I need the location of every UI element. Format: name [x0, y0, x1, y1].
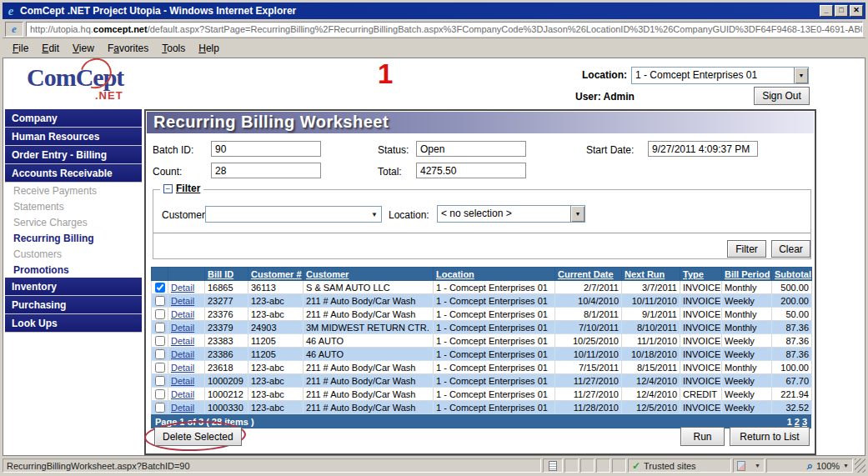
start-date-field[interactable]	[648, 141, 758, 157]
maximize-button[interactable]: □	[835, 5, 848, 17]
detail-link[interactable]: Detail	[171, 376, 194, 386]
detail-link[interactable]: Detail	[171, 283, 194, 293]
detail-link[interactable]: Detail	[171, 336, 194, 346]
chevron-down-icon[interactable]: ▼	[755, 463, 760, 468]
col-customer[interactable]: Customer	[304, 268, 434, 281]
location-select[interactable]: 1 - Comcept Enterprises 01 ▼	[631, 67, 809, 84]
row-checkbox[interactable]	[155, 363, 165, 373]
row-checkbox[interactable]	[155, 376, 165, 386]
collapse-icon[interactable]: −	[163, 184, 173, 193]
batch-id-field[interactable]	[211, 141, 321, 157]
zoom-segment[interactable]: ⌕ 100% ▼	[766, 458, 853, 473]
row-checkbox[interactable]	[155, 323, 165, 333]
cell-type: INVOICE	[680, 374, 722, 388]
cell-type: INVOICE	[680, 361, 722, 374]
cell-subtotal: 200.00	[772, 294, 812, 308]
row-checkbox[interactable]	[155, 296, 165, 306]
sign-out-button[interactable]: Sign Out	[754, 87, 810, 105]
menu-view[interactable]: View	[66, 40, 101, 57]
row-checkbox[interactable]	[155, 283, 165, 293]
row-checkbox[interactable]	[155, 336, 165, 346]
column-label: Customer #	[251, 269, 302, 279]
count-field[interactable]	[211, 163, 321, 178]
sidebar-item-inventory[interactable]: Inventory	[5, 278, 142, 296]
detail-link[interactable]: Detail	[171, 296, 194, 306]
col-select	[152, 268, 168, 281]
detail-link[interactable]: Detail	[171, 323, 194, 333]
cell-customer: 46 AUTO	[304, 334, 434, 348]
page-link-3[interactable]: 3	[802, 417, 807, 427]
menu-tools[interactable]: Tools	[155, 40, 192, 57]
detail-link[interactable]: Detail	[171, 349, 194, 359]
sidebar-item-recurring-billing[interactable]: Recurring Billing	[5, 230, 142, 246]
protected-mode-segment[interactable]: ▼	[733, 458, 765, 473]
filter-location-select[interactable]: < no selection > ▼	[437, 205, 585, 223]
table-row: Detail23277123-abc211 # Auto Body/Car Wa…	[152, 294, 812, 308]
resize-grip[interactable]	[855, 458, 865, 473]
status-field[interactable]	[416, 141, 526, 157]
count-label: Count:	[153, 166, 182, 178]
cell-bill-period: Weekly	[722, 401, 772, 414]
cell-location: 1 - Comcept Enterprises 01	[434, 361, 555, 374]
col-next-run[interactable]: Next Run	[622, 268, 680, 281]
cell-next-run: 3/7/2011	[622, 281, 680, 294]
total-field[interactable]	[416, 163, 526, 178]
chevron-down-icon[interactable]: ▼	[794, 68, 808, 83]
chevron-down-icon[interactable]: ▼	[570, 206, 585, 222]
sidebar-item-statements[interactable]: Statements	[5, 198, 142, 214]
col-subtotal[interactable]: Subtotal	[772, 268, 812, 281]
filter-button[interactable]: Filter	[727, 240, 766, 258]
col-customer[interactable]: Customer #	[248, 268, 304, 281]
minimize-button[interactable]: _	[820, 5, 833, 17]
sidebar-item-purchasing[interactable]: Purchasing	[5, 296, 142, 314]
col-location[interactable]: Location	[434, 268, 555, 281]
cell-select	[152, 388, 168, 401]
row-checkbox[interactable]	[155, 389, 165, 399]
delete-selected-button[interactable]: Delete Selected	[154, 427, 242, 446]
col-type[interactable]: Type	[680, 268, 722, 281]
cell-customer-no: 36113	[248, 281, 304, 294]
cell-bill-period: Weekly	[722, 388, 772, 401]
table-row: Detail1686536113S & SAM AUTO LLC1 - Comc…	[152, 281, 812, 294]
cell-subtotal: 32.52	[772, 401, 812, 414]
menu-help[interactable]: Help	[192, 40, 226, 57]
sidebar-item-customers[interactable]: Customers	[5, 246, 142, 262]
sidebar-item-look-ups[interactable]: Look Ups	[5, 314, 142, 333]
customer-combobox[interactable]: ▼	[205, 206, 382, 223]
row-checkbox[interactable]	[155, 403, 165, 413]
sidebar-item-promotions[interactable]: Promotions	[5, 262, 142, 278]
run-button[interactable]: Run	[680, 427, 725, 446]
sidebar-item-order-entry-billing[interactable]: Order Entry - Billing	[5, 146, 142, 164]
sidebar-item-service-charges[interactable]: Service Charges	[5, 214, 142, 230]
detail-link[interactable]: Detail	[171, 363, 194, 373]
chevron-down-icon[interactable]: ▼	[843, 463, 849, 468]
detail-link[interactable]: Detail	[171, 403, 194, 413]
clear-button[interactable]: Clear	[771, 240, 810, 258]
menu-favorites[interactable]: Favorites	[101, 40, 155, 57]
url-field[interactable]: http://utopia.hq.comcept.net/default.asp…	[26, 22, 863, 37]
detail-link[interactable]: Detail	[171, 309, 194, 319]
col-bill-id[interactable]: Bill ID	[205, 268, 248, 281]
sidebar-item-receive-payments[interactable]: Receive Payments	[5, 183, 142, 198]
detail-link[interactable]: Detail	[171, 389, 194, 399]
col-bill-period[interactable]: Bill Period	[722, 268, 772, 281]
col-current-date[interactable]: Current Date	[555, 268, 622, 281]
page-link-2[interactable]: 2	[795, 417, 800, 427]
return-to-list-button[interactable]: Return to List	[730, 427, 810, 446]
filter-title[interactable]: Filter	[176, 183, 200, 194]
security-report-icon	[737, 461, 745, 471]
sidebar-item-company[interactable]: Company	[5, 109, 142, 128]
sidebar-item-human-resources[interactable]: Human Resources	[5, 128, 142, 146]
cell-type: INVOICE	[680, 281, 722, 294]
chevron-down-icon[interactable]: ▼	[368, 211, 381, 218]
menu-file[interactable]: File	[6, 40, 35, 57]
sidebar-item-accounts-receivable[interactable]: Accounts Receivable	[5, 164, 142, 183]
close-button[interactable]: ✕	[850, 5, 863, 17]
column-label: Next Run	[625, 269, 665, 279]
cell-bill-period: Monthly	[722, 361, 772, 374]
browser-client-area: ComCept .NET 1 Location: 1 - Comcept Ent…	[3, 58, 865, 456]
row-checkbox[interactable]	[155, 309, 165, 319]
menu-edit[interactable]: Edit	[35, 40, 66, 57]
cell-customer-no: 123-abc	[248, 401, 304, 414]
row-checkbox[interactable]	[155, 349, 165, 359]
